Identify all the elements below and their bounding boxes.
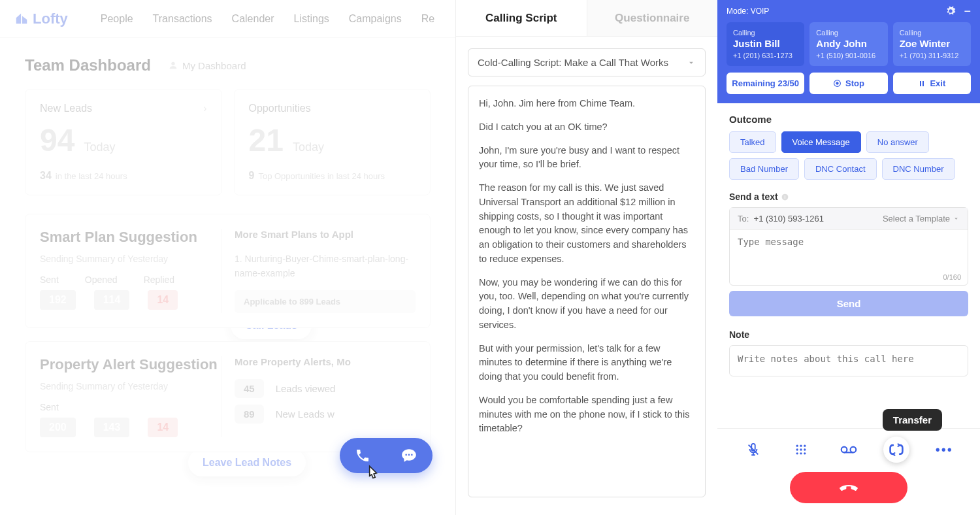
svg-point-1 <box>405 454 407 456</box>
outcome-voice-message[interactable]: Voice Message <box>781 131 861 153</box>
dialpad-icon[interactable] <box>788 437 814 463</box>
outcome-bad-number[interactable]: Bad Number <box>729 158 799 180</box>
svg-point-19 <box>804 452 806 454</box>
svg-point-16 <box>804 448 806 450</box>
chevron-down-icon <box>953 215 960 222</box>
svg-point-15 <box>800 448 802 450</box>
caller-card[interactable]: Calling Zoe Winter +1 (701) 311-9312 <box>893 22 971 66</box>
caller-card[interactable]: Calling Justin Bill +1 (201) 631-1273 <box>727 22 804 66</box>
send-button[interactable]: Send <box>729 291 968 316</box>
note-label: Note <box>729 329 968 340</box>
transfer-icon[interactable]: Transfer <box>883 437 909 463</box>
svg-point-3 <box>411 454 413 456</box>
calling-script-panel: Calling Script Questionnaire Cold-Callin… <box>455 0 717 515</box>
exit-button[interactable]: Exit <box>893 73 971 94</box>
note-input[interactable] <box>729 345 968 376</box>
dialer-panel: Mode: VOIP − Calling Justin Bill +1 (201… <box>717 0 980 515</box>
floating-action-button[interactable] <box>340 438 433 473</box>
svg-point-11 <box>796 445 798 447</box>
stop-button[interactable]: Stop <box>809 73 887 94</box>
svg-point-18 <box>800 452 802 454</box>
svg-point-12 <box>800 445 802 447</box>
caller-card[interactable]: Calling Andy John +1 (510) 901-0016 <box>809 22 887 66</box>
script-content: Hi, John. Jim here from Chime Team. Did … <box>468 86 706 497</box>
phone-icon <box>355 448 370 463</box>
dialer-mode: Mode: VOIP <box>727 7 769 16</box>
message-input[interactable] <box>730 230 968 271</box>
script-select[interactable]: Cold-Calling Script: Make a Call That Wo… <box>468 48 706 76</box>
stop-icon <box>833 79 841 88</box>
svg-text:i: i <box>784 194 785 199</box>
outcome-talked[interactable]: Talked <box>729 131 776 153</box>
svg-point-2 <box>408 454 410 456</box>
chevron-down-icon <box>687 58 696 67</box>
svg-point-20 <box>841 447 847 453</box>
outcome-label: Outcome <box>729 114 968 125</box>
remaining-button[interactable]: Remaining 23/50 <box>727 73 804 94</box>
send-text-label: Send a text i <box>729 191 968 202</box>
svg-point-21 <box>851 447 857 453</box>
svg-rect-7 <box>923 81 924 86</box>
svg-rect-6 <box>920 81 921 86</box>
tab-calling-script[interactable]: Calling Script <box>456 0 587 36</box>
info-icon: i <box>781 193 789 201</box>
outcome-dnc-number[interactable]: DNC Number <box>882 158 955 180</box>
svg-point-17 <box>796 452 798 454</box>
template-select[interactable]: Select a Template <box>883 214 960 224</box>
char-count: 0/160 <box>730 273 968 285</box>
chat-icon <box>400 447 417 464</box>
svg-point-13 <box>804 445 806 447</box>
cursor-icon <box>365 464 382 484</box>
svg-point-14 <box>796 448 798 450</box>
pause-icon <box>918 80 926 88</box>
mute-icon[interactable] <box>740 437 766 463</box>
outcome-no-answer[interactable]: No answer <box>866 131 929 153</box>
voicemail-icon[interactable] <box>836 437 862 463</box>
minimize-icon[interactable]: − <box>964 5 971 17</box>
dashboard-panel: Lofty People Transactions Calender Listi… <box>0 0 455 515</box>
transfer-tooltip: Transfer <box>883 409 942 431</box>
more-icon[interactable]: ••• <box>931 437 957 463</box>
hangup-button[interactable] <box>790 472 907 503</box>
outcome-dnc-contact[interactable]: DNC Contact <box>804 158 877 180</box>
gear-icon[interactable] <box>945 6 956 16</box>
tab-questionnaire[interactable]: Questionnaire <box>587 0 718 36</box>
svg-point-5 <box>836 82 838 84</box>
